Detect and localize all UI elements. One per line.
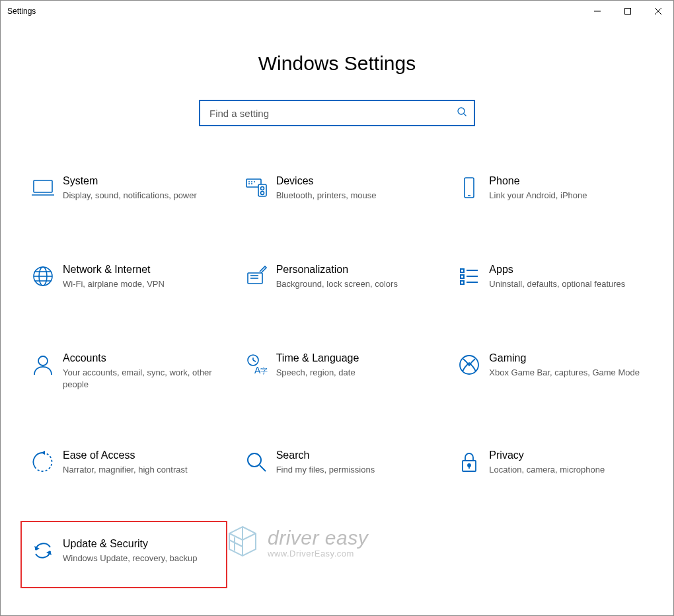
tile-desc: Location, camera, microphone [489,464,605,476]
phone-icon [449,175,489,204]
svg-point-41 [248,453,261,467]
ease-of-access-icon [23,449,63,479]
search-box[interactable] [199,100,475,126]
tile-update-security[interactable]: Update & Security Windows Update, recove… [20,521,227,588]
tile-title: Network & Internet [63,264,165,276]
lock-icon [449,449,489,479]
system-icon [23,175,63,204]
svg-rect-17 [465,178,474,198]
window-title: Settings [7,7,36,16]
svg-line-42 [260,465,266,471]
tile-ease-of-access[interactable]: Ease of Access Narrator, magnifier, high… [20,447,227,488]
tile-title: Privacy [489,449,605,461]
tile-desc: Uninstall, defaults, optional features [489,278,625,290]
close-button[interactable] [643,1,673,22]
svg-point-33 [38,356,48,366]
tile-desc: Narrator, magnifier, high contrast [63,464,188,476]
svg-marker-40 [41,451,45,455]
svg-line-5 [464,114,467,116]
tile-network[interactable]: Network & Internet Wi-Fi, airplane mode,… [20,261,227,302]
globe-icon [23,264,63,293]
svg-rect-28 [461,275,464,278]
paint-icon [237,264,276,293]
devices-icon [237,175,276,204]
svg-point-4 [458,108,465,114]
person-icon [23,352,63,381]
apps-icon [449,264,489,293]
settings-grid: System Display, sound, notifications, po… [1,173,673,588]
search-input[interactable] [209,108,457,119]
page-heading: Windows Settings [1,52,673,75]
tile-time-language[interactable]: A字 Time & Language Speech, region, date [234,350,441,399]
titlebar: Settings [1,1,673,22]
tile-title: Ease of Access [63,449,188,461]
xbox-icon [449,352,489,381]
tile-title: Phone [489,175,587,187]
magnifier-icon [237,449,276,479]
tile-desc: Your accounts, email, sync, work, other … [63,367,217,390]
tile-apps[interactable]: Apps Uninstall, defaults, optional featu… [447,261,654,302]
search-icon[interactable] [457,106,467,120]
svg-line-36 [253,360,256,362]
svg-rect-1 [625,9,631,15]
tile-title: Apps [489,264,625,276]
window-controls [582,1,673,22]
tile-title: Accounts [63,352,217,364]
tile-desc: Xbox Game Bar, captures, Game Mode [489,367,640,379]
tile-title: Time & Language [276,352,359,364]
tile-title: Update & Security [63,538,198,550]
tile-title: Devices [276,175,377,187]
tile-personalization[interactable]: Personalization Background, lock screen,… [234,261,441,302]
tile-desc: Windows Update, recovery, backup [63,553,198,564]
tile-title: Search [276,449,375,461]
tile-gaming[interactable]: Gaming Xbox Game Bar, captures, Game Mod… [447,350,654,399]
tile-system[interactable]: System Display, sound, notifications, po… [20,173,227,213]
svg-rect-27 [461,269,464,272]
update-icon [23,538,63,567]
tile-desc: Background, lock screen, colors [276,278,398,290]
tile-desc: Link your Android, iPhone [489,190,587,202]
maximize-button[interactable] [613,1,643,22]
tile-title: Personalization [276,264,398,276]
svg-text:字: 字 [260,367,268,375]
tile-devices[interactable]: Devices Bluetooth, printers, mouse [234,173,441,213]
tile-privacy[interactable]: Privacy Location, camera, microphone [447,447,654,488]
tile-desc: Find my files, permissions [276,464,375,476]
tile-search[interactable]: Search Find my files, permissions [234,447,441,488]
tile-desc: Wi-Fi, airplane mode, VPN [63,278,165,290]
time-language-icon: A字 [237,352,276,381]
tile-desc: Speech, region, date [276,367,359,379]
minimize-button[interactable] [582,1,613,22]
tile-phone[interactable]: Phone Link your Android, iPhone [447,173,654,213]
svg-rect-29 [461,281,464,284]
search-container [1,100,673,126]
tile-desc: Bluetooth, printers, mouse [276,190,377,202]
tile-title: Gaming [489,352,640,364]
tile-accounts[interactable]: Accounts Your accounts, email, sync, wor… [20,350,227,399]
tile-desc: Display, sound, notifications, power [63,190,197,202]
tile-title: System [63,175,197,187]
svg-rect-6 [34,180,52,192]
